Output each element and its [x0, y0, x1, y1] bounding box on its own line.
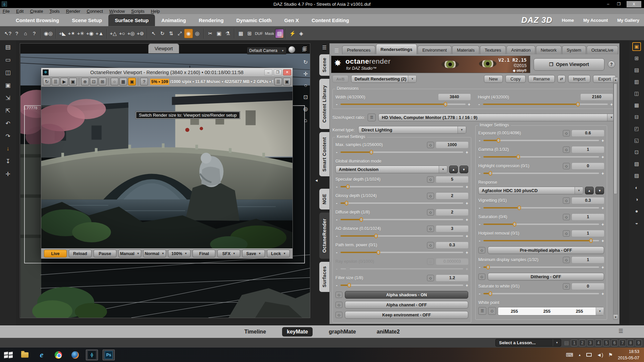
save-icon[interactable]: ▣	[5, 82, 10, 89]
sphere-smooth-icon[interactable]: ◐	[632, 183, 641, 192]
pane-tab-keymate[interactable]: keyMate	[282, 327, 313, 337]
global-illumination-mode-dropdown[interactable]: Ambient Occlusion▼	[335, 166, 447, 173]
reload-button[interactable]: Reload	[69, 250, 92, 257]
new-file-icon[interactable]: ▤	[5, 44, 10, 51]
pane-tab-timeline[interactable]: Timeline	[239, 327, 271, 337]
side-tab-smart-content[interactable]: Smart Content	[319, 132, 329, 176]
render-icon[interactable]: ▦	[236, 29, 245, 38]
spin-down-button[interactable]: ▼	[460, 166, 468, 173]
param-value[interactable]: 3	[436, 226, 468, 232]
shaded-sphere-icon[interactable]	[288, 46, 295, 53]
sphere-wire-icon[interactable]: ◒	[632, 218, 641, 227]
close-button[interactable]: X	[627, 1, 641, 7]
preset--button[interactable]: ⇄	[557, 75, 565, 83]
tab-animating[interactable]: Animating	[155, 14, 192, 26]
lesson-page-1[interactable]: 1	[571, 340, 578, 346]
param-value[interactable]: 5	[436, 176, 468, 183]
render-settings-icon[interactable]: ⊞	[245, 29, 254, 38]
lesson-page-5[interactable]: 5	[603, 340, 610, 346]
param-value[interactable]: 0	[572, 163, 604, 169]
settings-tab-environment[interactable]: Environment	[418, 46, 451, 54]
reset-button[interactable]: ◇	[427, 275, 434, 281]
focus-picker-icon[interactable]: ⊕	[81, 78, 89, 85]
scroll-up-icon[interactable]: ▲	[613, 77, 618, 82]
dock-scrollbar[interactable]: ▲ ▼	[613, 77, 618, 320]
pane-tab-graphmate[interactable]: graphMate	[324, 327, 361, 337]
reset-button[interactable]: ◇	[427, 193, 434, 199]
pane-rows-icon[interactable]: ▤	[632, 66, 641, 74]
tab-dynamic-cloth[interactable]: Dynamic Cloth	[230, 14, 278, 26]
reset-button[interactable]: ◇	[335, 312, 342, 318]
touch-keyboard-icon[interactable]: ⌨	[566, 352, 573, 358]
pane-tab-animate2[interactable]: aniMate2	[372, 327, 404, 337]
reset-button[interactable]: ◇	[488, 307, 496, 315]
sphere-textured-icon[interactable]: ◑	[632, 195, 641, 203]
network-icon[interactable]	[586, 353, 592, 357]
reset-button[interactable]: ◇	[427, 209, 434, 216]
reset-button[interactable]: ◇	[478, 274, 485, 280]
param-value[interactable]: 2	[436, 209, 468, 216]
bottom-pane-menu-icon[interactable]: ☰	[619, 328, 623, 334]
pane-frame-icon[interactable]: ⊡	[632, 148, 641, 157]
dithering-off-button[interactable]: Dithering - OFF	[488, 273, 604, 281]
menu-tools[interactable]: Tools	[49, 9, 59, 14]
volume-icon[interactable]: ◄)	[597, 352, 603, 358]
settings-tab-textures[interactable]: Textures	[480, 46, 506, 54]
settings-tab-octanelive[interactable]: OctaneLive	[587, 46, 618, 54]
final-button[interactable]: Final	[193, 250, 215, 257]
reset-button[interactable]: ◇	[563, 230, 570, 237]
pane-corner-icon[interactable]: ◰	[632, 124, 641, 133]
octane-minimize-button[interactable]: –	[264, 69, 272, 75]
alpha-shadows-on-button[interactable]: Alpha shadows - ON	[345, 291, 468, 299]
pane-dock-icon[interactable]: ☰	[322, 45, 327, 51]
menu-help[interactable]: Help	[151, 9, 160, 14]
color-presets-icon[interactable]: ☰	[478, 307, 486, 315]
settings-tab-animation[interactable]: Animation	[506, 46, 535, 54]
tab-content-browsing[interactable]: Content Browsing	[9, 14, 65, 26]
settings-tab-rendersettings[interactable]: Rendersettings	[376, 44, 417, 54]
new-spotlight-icon[interactable]: +✳	[76, 29, 85, 38]
pane-minus-icon[interactable]: ⊟	[632, 113, 641, 121]
statistics-icon[interactable]: ☰	[274, 78, 282, 85]
lesson-page-7[interactable]: 7	[619, 340, 626, 346]
lesson-page-3[interactable]: 3	[587, 340, 594, 346]
scissors-tool-icon[interactable]: ✂	[206, 29, 215, 38]
height-field[interactable]: 2160	[581, 94, 613, 100]
tab-rendering[interactable]: Rendering	[192, 14, 230, 26]
lesson-page-9[interactable]: 9	[635, 340, 642, 346]
taskbar-daz-studio[interactable]: ⟠	[86, 350, 98, 360]
tab-gen-x[interactable]: Gen X	[278, 14, 305, 26]
dock-collapse-arrow[interactable]: ◄	[315, 178, 318, 182]
new-null-icon[interactable]: +○	[118, 29, 126, 38]
octane-title-bar[interactable]: ❉ OctaneRender Viewport - Rendering (384…	[41, 68, 292, 77]
frame-icon[interactable]: ⊡	[303, 94, 308, 100]
open-viewport-button[interactable]: ❐Open Viewport	[534, 58, 604, 71]
new-camera-icon[interactable]: +▲	[95, 29, 105, 38]
param-slider[interactable]: -+	[335, 200, 468, 206]
reset-button[interactable]: ◇	[427, 176, 434, 183]
refresh-icon[interactable]: ↻	[43, 78, 51, 85]
octane-maximize-button[interactable]: ❐	[274, 69, 282, 75]
open-file-icon[interactable]: ▭	[5, 56, 10, 63]
reset-button[interactable]: ◇	[427, 142, 434, 148]
settings-tab-preferences[interactable]: Preferences	[342, 46, 375, 54]
menu-scripts[interactable]: Scripts	[131, 9, 145, 14]
play-icon[interactable]: ▶	[60, 78, 68, 85]
sphere-dark-icon[interactable]: ●	[632, 206, 641, 215]
pane-columns-icon[interactable]: ▥	[632, 77, 641, 86]
lesson-page-6[interactable]: 6	[611, 340, 618, 346]
lesson-page-8[interactable]: 8	[627, 340, 634, 346]
live-button[interactable]: Live	[44, 250, 67, 257]
menu-file[interactable]: File	[3, 9, 10, 14]
whats-this-icon[interactable]: ?	[30, 29, 39, 38]
pane-cells-icon[interactable]: ▦	[632, 101, 641, 110]
new-primitive-icon[interactable]: +△	[109, 29, 118, 38]
add-figure-icon[interactable]: ◉◎	[43, 29, 54, 38]
settings-tab-materials[interactable]: Materials	[452, 46, 479, 54]
param-value[interactable]: 1	[572, 230, 604, 237]
octane-render-icon[interactable]: ⚡	[288, 29, 297, 38]
minimize-button[interactable]: –	[605, 2, 611, 6]
taskbar-file-explorer[interactable]	[19, 350, 31, 360]
settings-tab-network[interactable]: Network	[536, 46, 561, 54]
new-point-light-icon[interactable]: +✶	[67, 29, 76, 38]
